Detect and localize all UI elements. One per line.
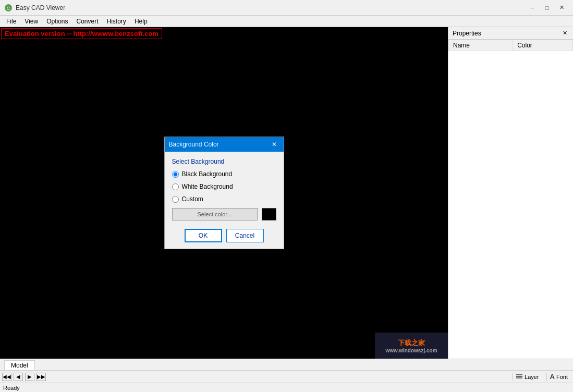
menu-help[interactable]: Help [130, 17, 152, 26]
layer-label: Layer [525, 374, 539, 380]
dialog-titlebar: Background Color ✕ [165, 137, 284, 152]
properties-table: Name Color [448, 40, 573, 51]
canvas-area: Evaluation version -- http://wwww.benzso… [0, 27, 448, 359]
bottom-right: Layer A Font [512, 373, 571, 381]
app-icon: C [4, 4, 13, 12]
nav-last-button[interactable]: ▶▶ [36, 373, 46, 381]
dialog-buttons: OK Cancel [172, 228, 276, 242]
nav-next-button[interactable]: ▶ [25, 373, 34, 381]
radio-white-input[interactable] [172, 183, 179, 190]
tab-model[interactable]: Model [4, 360, 35, 370]
menu-view[interactable]: View [20, 17, 42, 26]
radio-white-background[interactable]: White Background [172, 183, 276, 190]
svg-rect-4 [516, 374, 522, 375]
bottom-nav: ◀◀ ◀ ▶ ▶▶ Layer A Font [0, 370, 573, 383]
menu-history[interactable]: History [103, 17, 130, 26]
background-color-dialog: Background Color ✕ Select Background Bla… [164, 137, 284, 249]
menu-options[interactable]: Options [42, 17, 72, 26]
properties-panel: Properties ✕ Name Color [448, 27, 573, 359]
main-content: Evaluation version -- http://wwww.benzso… [0, 27, 573, 359]
svg-rect-2 [516, 377, 522, 378]
menu-convert[interactable]: Convert [72, 17, 103, 26]
properties-col-name: Name [449, 40, 513, 51]
nav-first-button[interactable]: ◀◀ [2, 373, 11, 381]
font-label: Font [556, 374, 568, 380]
watermark-line1: 下载之家 [398, 338, 425, 348]
watermark: 下载之家 www.windowszj.com [375, 333, 448, 359]
nav-prev-button[interactable]: ◀ [14, 373, 23, 381]
radio-custom-label: Custom [182, 195, 203, 203]
watermark-line2: www.windowszj.com [385, 348, 437, 353]
cancel-button[interactable]: Cancel [226, 229, 264, 242]
svg-rect-3 [516, 376, 522, 377]
radio-white-label: White Background [182, 183, 233, 190]
bottom-tabs: Model [0, 359, 573, 370]
radio-black-input[interactable] [172, 171, 179, 178]
app-title: Easy CAD Viewer [16, 4, 65, 11]
radio-custom[interactable]: Custom [172, 195, 276, 203]
properties-close-button[interactable]: ✕ [560, 29, 569, 38]
properties-header: Properties ✕ [448, 27, 573, 40]
menu-file[interactable]: File [2, 17, 20, 26]
close-button[interactable]: ✕ [554, 3, 569, 13]
radio-black-background[interactable]: Black Background [172, 170, 276, 178]
dialog-body: Select Background Black Background White… [165, 152, 284, 249]
color-swatch [262, 208, 276, 220]
properties-col-color: Color [513, 40, 573, 51]
minimize-button[interactable]: − [525, 3, 540, 13]
status-ready: Ready [3, 385, 20, 391]
dialog-title: Background Color [169, 141, 219, 148]
properties-title: Properties [453, 30, 481, 37]
font-icon: A [550, 373, 555, 381]
select-color-button[interactable]: Select color... [172, 208, 258, 220]
radio-custom-input[interactable] [172, 196, 179, 203]
radio-black-label: Black Background [182, 170, 233, 178]
layer-icon [516, 373, 523, 381]
maximize-button[interactable]: □ [540, 3, 554, 13]
title-bar: C Easy CAD Viewer − □ ✕ [0, 0, 573, 16]
ok-button[interactable]: OK [185, 229, 222, 242]
layer-item: Layer [512, 373, 542, 381]
window-controls: − □ ✕ [525, 3, 569, 13]
svg-text:C: C [7, 6, 10, 11]
color-select-row: Select color... [172, 208, 276, 220]
status-bar: Ready [0, 383, 573, 392]
dialog-section-label: Select Background [172, 158, 276, 165]
modal-overlay: Background Color ✕ Select Background Bla… [0, 27, 448, 359]
menu-bar: File View Options Convert History Help [0, 16, 573, 27]
font-item: A Font [546, 373, 571, 381]
dialog-close-button[interactable]: ✕ [269, 140, 279, 149]
